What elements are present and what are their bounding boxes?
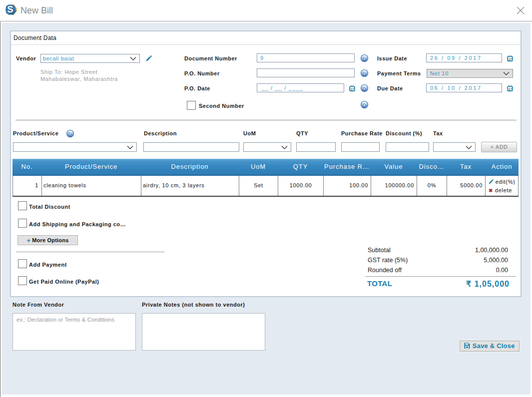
svg-text:17: 17: [508, 57, 512, 61]
svg-text:17: 17: [350, 87, 354, 91]
svg-text:S: S: [7, 4, 13, 14]
svg-text:17: 17: [508, 87, 512, 91]
